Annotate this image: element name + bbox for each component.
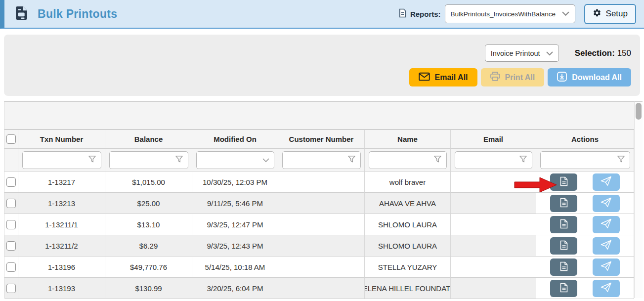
send-email-button[interactable] bbox=[593, 216, 620, 233]
modified-on-cell: 5/14/25, 10:18 AM bbox=[192, 257, 278, 278]
filter-cell-modified-on bbox=[192, 149, 278, 172]
view-document-button[interactable] bbox=[550, 173, 577, 191]
table-row: 1-13213 $25.00 9/11/25, 5:46 PM AHAVA VE… bbox=[4, 193, 634, 214]
checkbox-cell bbox=[4, 172, 18, 193]
selection-count: 150 bbox=[617, 48, 631, 58]
table-row: 1-13193 $130.99 3/20/25, 6:04 PM ELENA H… bbox=[4, 278, 634, 299]
funnel-icon[interactable] bbox=[88, 155, 96, 165]
column-header-email[interactable]: Email bbox=[451, 130, 536, 149]
customer-number-filter-input[interactable] bbox=[287, 156, 347, 165]
view-document-button[interactable] bbox=[550, 216, 577, 233]
title-wrap: Bulk Printouts bbox=[15, 6, 117, 22]
send-email-button[interactable] bbox=[593, 258, 620, 276]
balance-cell: $49,770.76 bbox=[105, 257, 192, 278]
name-cell: SHLOMO LAURA bbox=[365, 235, 451, 257]
reports-dropdown[interactable]: BulkPrintouts_InvoicesWithBalance bbox=[445, 4, 575, 23]
actions-filter-input[interactable] bbox=[545, 156, 617, 165]
customer-number-filter[interactable] bbox=[282, 151, 361, 169]
funnel-icon[interactable] bbox=[175, 155, 183, 165]
send-email-button[interactable] bbox=[593, 280, 620, 297]
document-icon bbox=[560, 261, 568, 273]
selection-summary: Selection: 150 bbox=[575, 48, 631, 58]
column-header-name[interactable]: Name bbox=[365, 130, 451, 149]
reports-label: Reports: bbox=[410, 10, 441, 18]
filter-cell-name bbox=[365, 149, 451, 172]
customer-number-cell bbox=[278, 235, 365, 257]
modified-on-cell: 9/3/25, 12:47 PM bbox=[192, 214, 278, 235]
customer-number-cell bbox=[278, 193, 365, 214]
modified-on-filter-dropdown[interactable] bbox=[196, 151, 274, 169]
send-email-button[interactable] bbox=[593, 173, 620, 191]
funnel-icon[interactable] bbox=[519, 155, 527, 165]
email-filter[interactable] bbox=[455, 151, 532, 169]
modified-on-filter-input[interactable] bbox=[201, 156, 262, 165]
column-header-actions[interactable]: Actions bbox=[536, 130, 634, 149]
select-all-checkbox[interactable] bbox=[6, 134, 16, 144]
column-header-txn-number[interactable]: Txn Number bbox=[18, 130, 105, 149]
table-row: 1-13196 $49,770.76 5/14/25, 10:18 AM STE… bbox=[4, 257, 634, 278]
actions-cell bbox=[536, 214, 634, 235]
panel-row-buttons: Email All Print All Download All bbox=[409, 68, 631, 86]
txn-number-filter-input[interactable] bbox=[27, 156, 88, 165]
actions-cell bbox=[536, 235, 634, 257]
txn-number-cell: 1-13213 bbox=[18, 193, 105, 214]
filter-cell-actions bbox=[536, 149, 634, 172]
modified-on-cell: 10/30/25, 12:03 PM bbox=[192, 172, 278, 193]
view-document-button[interactable] bbox=[550, 258, 577, 276]
name-filter-input[interactable] bbox=[374, 156, 433, 165]
column-header-customer-number[interactable]: Customer Number bbox=[278, 130, 365, 149]
column-header-balance[interactable]: Balance bbox=[105, 130, 192, 149]
printer-icon bbox=[490, 72, 500, 83]
row-checkbox[interactable] bbox=[6, 262, 16, 272]
modified-on-cell: 9/3/25, 12:43 PM bbox=[192, 235, 278, 257]
balance-filter-input[interactable] bbox=[114, 156, 175, 165]
view-document-button[interactable] bbox=[550, 195, 577, 212]
panel-row-selection: Invoice Printout Selection: 150 bbox=[485, 44, 631, 62]
chevron-down-icon[interactable] bbox=[262, 156, 269, 164]
name-cell: ELENA HILLEL FOUNDATI bbox=[365, 278, 451, 299]
txn-number-filter[interactable] bbox=[22, 151, 101, 169]
balance-cell: $1,015.00 bbox=[105, 172, 192, 193]
grid-group-panel bbox=[4, 102, 634, 130]
gear-icon bbox=[593, 8, 601, 20]
download-all-label: Download All bbox=[572, 73, 622, 82]
email-all-button[interactable]: Email All bbox=[409, 68, 477, 86]
bulk-printouts-document-icon bbox=[15, 6, 28, 22]
balance-cell: $130.99 bbox=[105, 278, 192, 299]
view-document-button[interactable] bbox=[550, 237, 577, 255]
balance-cell: $6.29 bbox=[105, 235, 192, 257]
reports-group: Reports: BulkPrintouts_InvoicesWithBalan… bbox=[399, 4, 636, 24]
checkbox-cell bbox=[4, 278, 18, 299]
selection-label: Selection: bbox=[575, 48, 615, 58]
customer-number-cell bbox=[278, 278, 365, 299]
checkbox-cell bbox=[4, 235, 18, 257]
name-filter[interactable] bbox=[369, 151, 447, 169]
row-checkbox[interactable] bbox=[6, 241, 16, 251]
printout-type-dropdown[interactable]: Invoice Printout bbox=[485, 44, 559, 62]
bulk-printouts-page: Bulk Printouts Reports: BulkPrintouts_In… bbox=[0, 0, 644, 301]
chevron-down-icon bbox=[546, 49, 553, 57]
scrollbar-thumb[interactable] bbox=[636, 103, 642, 120]
setup-button[interactable]: Setup bbox=[584, 4, 636, 24]
report-document-icon bbox=[399, 8, 406, 20]
download-all-button[interactable]: Download All bbox=[548, 68, 631, 86]
funnel-icon[interactable] bbox=[617, 155, 625, 165]
row-checkbox[interactable] bbox=[6, 199, 16, 208]
email-filter-input[interactable] bbox=[460, 156, 519, 165]
funnel-icon[interactable] bbox=[433, 155, 442, 165]
document-icon bbox=[560, 198, 568, 209]
row-checkbox[interactable] bbox=[6, 177, 16, 187]
txn-number-cell: 1-13211/1 bbox=[18, 214, 105, 235]
view-document-button[interactable] bbox=[550, 280, 577, 297]
vertical-scrollbar[interactable] bbox=[634, 101, 643, 298]
email-cell bbox=[451, 257, 536, 278]
balance-filter[interactable] bbox=[109, 151, 188, 169]
row-checkbox[interactable] bbox=[6, 284, 16, 293]
row-checkbox[interactable] bbox=[6, 220, 16, 229]
actions-filter[interactable] bbox=[540, 151, 630, 169]
column-header-modified-on[interactable]: Modified On bbox=[192, 130, 278, 149]
send-email-button[interactable] bbox=[593, 237, 620, 255]
send-email-button[interactable] bbox=[593, 195, 620, 212]
txn-number-cell: 1-13196 bbox=[18, 257, 105, 278]
funnel-icon[interactable] bbox=[347, 155, 356, 165]
